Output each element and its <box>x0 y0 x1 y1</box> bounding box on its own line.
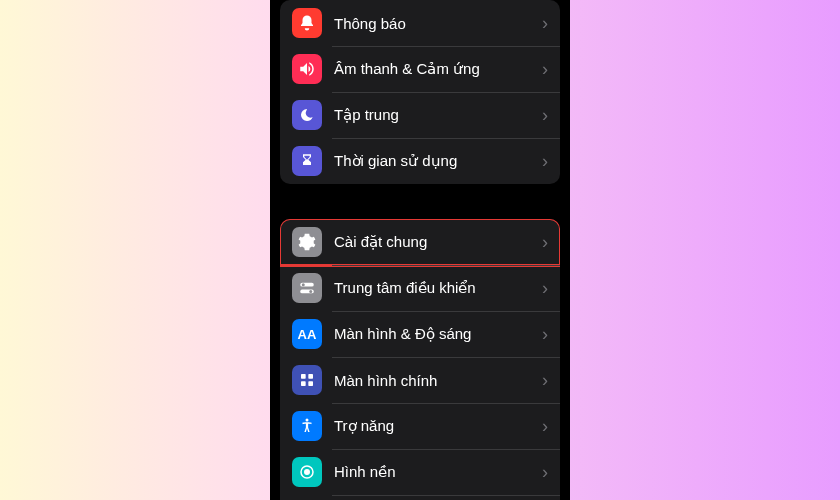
settings-row-screentime[interactable]: Thời gian sử dụng › <box>280 138 560 184</box>
speaker-icon <box>292 54 322 84</box>
chevron-right-icon: › <box>542 232 548 253</box>
text-size-icon: AA <box>292 319 322 349</box>
settings-row-general[interactable]: Cài đặt chung › <box>280 219 560 265</box>
settings-row-notifications[interactable]: Thông báo › <box>280 0 560 46</box>
svg-rect-7 <box>308 381 313 386</box>
wallpaper-icon <box>292 457 322 487</box>
settings-label: Cài đặt chung <box>334 233 542 251</box>
moon-icon <box>292 100 322 130</box>
svg-rect-6 <box>301 381 306 386</box>
settings-group-notifications: Thông báo › Âm thanh & Cảm ứng › Tập tru… <box>280 0 560 184</box>
settings-group-general: Cài đặt chung › Trung tâm điều khiển › A… <box>280 219 560 500</box>
settings-label: Thông báo <box>334 15 542 32</box>
svg-rect-5 <box>308 374 313 379</box>
switches-icon <box>292 273 322 303</box>
gear-icon <box>292 227 322 257</box>
chevron-right-icon: › <box>542 151 548 172</box>
chevron-right-icon: › <box>542 462 548 483</box>
settings-row-homescreen[interactable]: Màn hình chính › <box>280 357 560 403</box>
settings-label: Thời gian sử dụng <box>334 152 542 170</box>
svg-point-8 <box>306 419 309 422</box>
settings-row-display[interactable]: AA Màn hình & Độ sáng › <box>280 311 560 357</box>
bell-icon <box>292 8 322 38</box>
chevron-right-icon: › <box>542 105 548 126</box>
chevron-right-icon: › <box>542 324 548 345</box>
settings-label: Tập trung <box>334 106 542 124</box>
settings-label: Âm thanh & Cảm ứng <box>334 60 542 78</box>
grid-icon <box>292 365 322 395</box>
settings-label: Màn hình chính <box>334 372 542 389</box>
settings-row-control-center[interactable]: Trung tâm điều khiển › <box>280 265 560 311</box>
phone-screen: Thông báo › Âm thanh & Cảm ứng › Tập tru… <box>270 0 570 500</box>
chevron-right-icon: › <box>542 416 548 437</box>
settings-label: Màn hình & Độ sáng <box>334 325 542 343</box>
settings-row-wallpaper[interactable]: Hình nền › <box>280 449 560 495</box>
svg-rect-4 <box>301 374 306 379</box>
svg-point-10 <box>305 470 310 475</box>
settings-label: Trợ năng <box>334 417 542 435</box>
chevron-right-icon: › <box>542 370 548 391</box>
settings-label: Hình nền <box>334 463 542 481</box>
settings-label: Trung tâm điều khiển <box>334 279 542 297</box>
settings-row-sounds[interactable]: Âm thanh & Cảm ứng › <box>280 46 560 92</box>
settings-row-accessibility[interactable]: Trợ năng › <box>280 403 560 449</box>
chevron-right-icon: › <box>542 13 548 34</box>
settings-row-focus[interactable]: Tập trung › <box>280 92 560 138</box>
chevron-right-icon: › <box>542 278 548 299</box>
accessibility-icon <box>292 411 322 441</box>
svg-point-3 <box>309 290 312 293</box>
svg-point-2 <box>302 283 305 286</box>
settings-row-siri[interactable]: Siri & Tìm kiếm › <box>280 495 560 500</box>
chevron-right-icon: › <box>542 59 548 80</box>
hourglass-icon <box>292 146 322 176</box>
